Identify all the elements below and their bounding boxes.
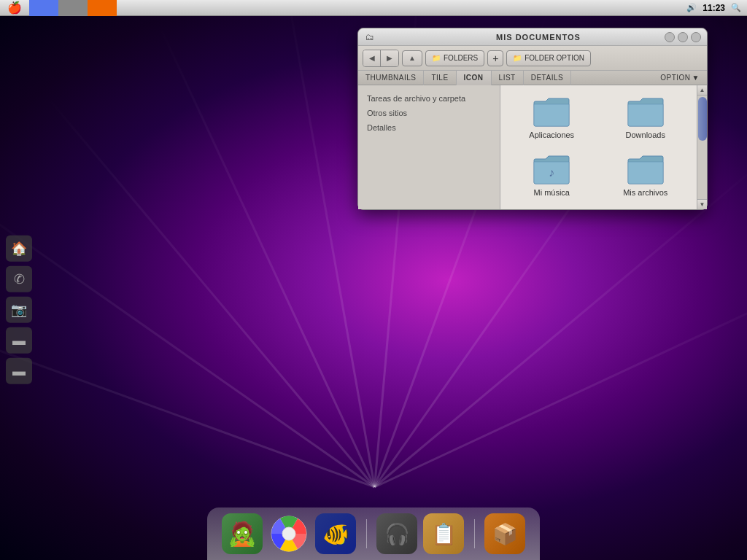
- folder-icon-mi-musica: ♪: [533, 153, 570, 185]
- dock-item-box[interactable]: 📦: [484, 513, 525, 554]
- left-dock-file[interactable]: ▬: [6, 358, 32, 384]
- zombie-app-icon[interactable]: 🧟: [222, 513, 263, 554]
- robot-app-icon[interactable]: 📋: [423, 513, 464, 554]
- fan-ray-3: [45, 96, 375, 488]
- clock-display: 11:23: [703, 3, 725, 13]
- dock-item-zombie[interactable]: 🧟: [222, 513, 263, 554]
- menubar-block-gray[interactable]: [58, 0, 88, 16]
- sidebar-details[interactable]: Detalles: [358, 120, 500, 135]
- left-dock-camera[interactable]: 📷: [6, 297, 32, 323]
- nav-buttons: ◀ ▶: [363, 50, 399, 67]
- view-tabs: THUMBNAILS TILE ICON LIST DETAILS OPTION…: [358, 71, 707, 85]
- scrollbar-thumb[interactable]: [698, 97, 707, 141]
- dock-item-fish[interactable]: 🐠: [315, 513, 356, 554]
- fan-ray-2: [0, 193, 375, 488]
- scrollbar-track[interactable]: [697, 96, 708, 199]
- files-grid: Aplicaciones Downloads: [500, 85, 697, 209]
- window-close-btn[interactable]: [665, 32, 675, 42]
- left-dock-home[interactable]: 🏠: [6, 236, 32, 262]
- menubar-block-blue[interactable]: [29, 0, 58, 16]
- tab-option[interactable]: OPTION ▼: [653, 71, 707, 85]
- file-label-mis-archivos: Mis archivos: [623, 188, 667, 197]
- window-controls: [665, 32, 701, 42]
- folders-button[interactable]: 📁 FOLDERS: [425, 50, 484, 66]
- sidebar-other-sites[interactable]: Otros sitios: [358, 106, 500, 120]
- volume-icon[interactable]: 🔊: [686, 3, 697, 12]
- tab-list[interactable]: LIST: [492, 71, 524, 85]
- window-minimize-btn[interactable]: [678, 32, 688, 42]
- folder-icon-aplicaciones: [533, 96, 570, 128]
- file-manager-window: 🗂 Mis documentos ◀ ▶ ▲ 📁 FOLDERS + 📁 FOL…: [357, 28, 708, 210]
- file-item-aplicaciones[interactable]: Aplicaciones: [508, 93, 596, 144]
- dock-item-robot[interactable]: 📋: [423, 513, 464, 554]
- window-maximize-btn[interactable]: [691, 32, 701, 42]
- menubar-right: 🔊 11:23 🔍: [686, 3, 747, 13]
- file-item-mi-musica[interactable]: ♪ Mi música: [508, 150, 596, 202]
- tab-thumbnails[interactable]: THUMBNAILS: [358, 71, 424, 85]
- scrollbar-up-btn[interactable]: ▲: [697, 85, 708, 96]
- search-menubar-icon[interactable]: 🔍: [731, 3, 741, 12]
- folder-icon-downloads: [627, 96, 665, 128]
- dock-separator-line-2: [474, 519, 475, 548]
- chrome-app-icon[interactable]: [268, 513, 309, 554]
- fish-app-icon[interactable]: 🐠: [315, 513, 356, 554]
- fan-ray-10: [374, 271, 747, 489]
- menubar-colorblocks: [29, 0, 117, 16]
- headphone-app-icon[interactable]: 🎧: [376, 513, 417, 554]
- left-dock: 🏠 ✆ 📷 ▬ ▬: [6, 236, 32, 384]
- dock-separator-line: [366, 519, 367, 548]
- svg-point-2: [282, 527, 295, 540]
- file-label-downloads: Downloads: [626, 131, 665, 139]
- sidebar-file-tasks[interactable]: Tareas de archivo y carpeta: [358, 91, 500, 106]
- left-dock-phone[interactable]: ✆: [6, 266, 32, 292]
- window-content: Tareas de archivo y carpeta Otros sitios…: [358, 85, 707, 209]
- window-title: Mis documentos: [376, 33, 701, 42]
- tab-details[interactable]: DETAILS: [524, 71, 571, 85]
- folder-icon-mis-archivos: [627, 153, 665, 185]
- tab-icon[interactable]: ICON: [457, 71, 492, 85]
- menubar: 🍎 🔊 11:23 🔍: [0, 0, 747, 16]
- left-dock-folder[interactable]: ▬: [6, 327, 32, 354]
- forward-button[interactable]: ▶: [381, 50, 398, 66]
- window-app-icon: 🗂: [364, 31, 376, 43]
- folder-option-button[interactable]: 📁 FOLDER OPTION: [506, 50, 591, 66]
- add-button[interactable]: +: [487, 50, 503, 66]
- dock-item-chrome[interactable]: [268, 513, 309, 554]
- file-item-downloads[interactable]: Downloads: [602, 93, 690, 144]
- window-toolbar: ◀ ▶ ▲ 📁 FOLDERS + 📁 FOLDER OPTION: [358, 46, 707, 71]
- folder-option-icon: 📁: [513, 54, 522, 62]
- window-titlebar: 🗂 Mis documentos: [358, 28, 707, 46]
- folders-icon: 📁: [432, 54, 441, 62]
- scrollbar-down-btn[interactable]: ▼: [697, 199, 708, 209]
- box-app-icon[interactable]: 📦: [484, 513, 525, 554]
- dock-separator-2: [470, 513, 479, 554]
- fan-ray-1: [0, 311, 375, 488]
- apple-menu-icon[interactable]: 🍎: [0, 1, 29, 15]
- menubar-block-orange[interactable]: [88, 0, 117, 16]
- dock-separator: [362, 513, 371, 554]
- file-item-mis-archivos[interactable]: Mis archivos: [602, 150, 690, 202]
- bottom-dock: 🧟 🐠 🎧 📋: [207, 508, 540, 560]
- file-label-mi-musica: Mi música: [533, 188, 570, 197]
- window-sidebar: Tareas de archivo y carpeta Otros sitios…: [358, 85, 500, 209]
- fan-ray-4: [158, 24, 376, 488]
- svg-text:♪: ♪: [549, 166, 554, 179]
- dock-item-headphone[interactable]: 🎧: [376, 513, 417, 554]
- up-button[interactable]: ▲: [402, 50, 422, 66]
- tab-tile[interactable]: TILE: [424, 71, 456, 85]
- file-label-aplicaciones: Aplicaciones: [529, 131, 574, 139]
- back-button[interactable]: ◀: [363, 50, 381, 66]
- scrollbar: ▲ ▼: [697, 85, 707, 209]
